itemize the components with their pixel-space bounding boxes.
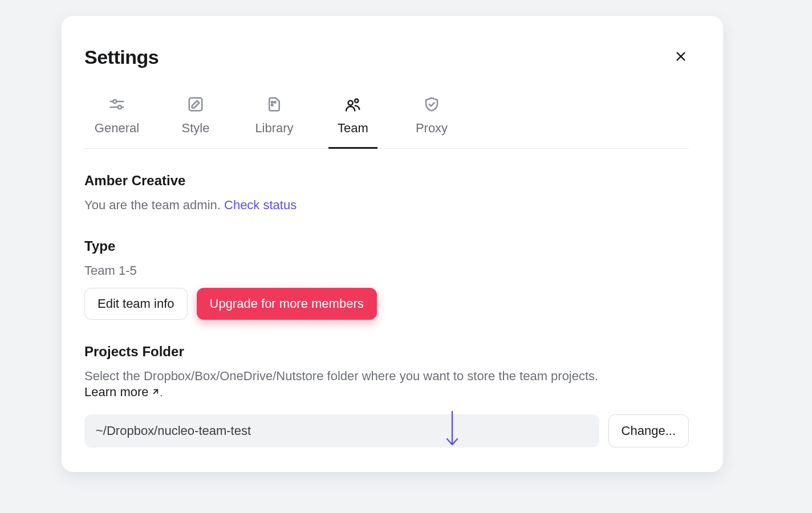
close-button[interactable] xyxy=(669,46,692,68)
admin-line: You are the team admin. Check status xyxy=(84,197,689,214)
projects-description: Select the Dropbox/Box/OneDrive/Nutstore… xyxy=(84,369,598,383)
settings-modal: Settings General Style xyxy=(62,16,723,472)
learn-more-link[interactable]: Learn more xyxy=(84,385,160,400)
projects-description-line: Select the Dropbox/Box/OneDrive/Nutstore… xyxy=(84,368,689,400)
svg-point-9 xyxy=(271,104,273,106)
tabs: General Style Library xyxy=(84,96,689,149)
projects-folder-section: Projects Folder Select the Dropbox/Box/O… xyxy=(84,344,689,448)
team-type-section: Type Team 1-5 Edit team info Upgrade for… xyxy=(84,238,689,320)
team-name-heading: Amber Creative xyxy=(84,173,689,189)
projects-heading: Projects Folder xyxy=(84,344,689,360)
tab-label: Library xyxy=(255,121,293,136)
edit-team-info-button[interactable]: Edit team info xyxy=(84,288,188,320)
team-icon xyxy=(344,96,362,113)
check-status-link[interactable]: Check status xyxy=(224,198,297,212)
file-icon xyxy=(266,96,283,113)
svg-point-10 xyxy=(348,101,353,105)
team-name-section: Amber Creative You are the team admin. C… xyxy=(84,173,689,214)
modal-title: Settings xyxy=(84,46,159,68)
tab-general[interactable]: General xyxy=(92,96,141,149)
external-link-icon xyxy=(151,385,160,400)
tab-label: Style xyxy=(182,121,210,136)
tab-label: General xyxy=(95,121,139,136)
upgrade-button[interactable]: Upgrade for more members xyxy=(197,288,377,320)
modal-header: Settings xyxy=(84,46,689,68)
folder-row: ~/Dropbox/nucleo-team-test Change... xyxy=(84,414,689,447)
type-heading: Type xyxy=(84,238,689,254)
svg-point-7 xyxy=(271,101,273,103)
svg-point-11 xyxy=(355,99,358,103)
tab-proxy[interactable]: Proxy xyxy=(407,96,456,149)
projects-folder-path: ~/Dropbox/nucleo-team-test xyxy=(84,414,599,447)
sliders-icon xyxy=(108,96,125,113)
svg-point-5 xyxy=(118,105,121,109)
change-folder-button[interactable]: Change... xyxy=(608,414,689,447)
close-icon xyxy=(675,50,687,64)
svg-point-8 xyxy=(274,101,276,103)
tab-label: Proxy xyxy=(416,121,448,136)
tab-style[interactable]: Style xyxy=(171,96,220,149)
type-value: Team 1-5 xyxy=(84,262,689,280)
pencil-square-icon xyxy=(187,96,204,113)
tab-library[interactable]: Library xyxy=(250,96,299,149)
tab-team[interactable]: Team xyxy=(328,96,377,149)
svg-point-3 xyxy=(113,100,116,103)
svg-rect-6 xyxy=(189,98,202,111)
tab-label: Team xyxy=(338,121,368,136)
team-buttons: Edit team info Upgrade for more members xyxy=(84,288,689,320)
shield-check-icon xyxy=(423,96,440,113)
